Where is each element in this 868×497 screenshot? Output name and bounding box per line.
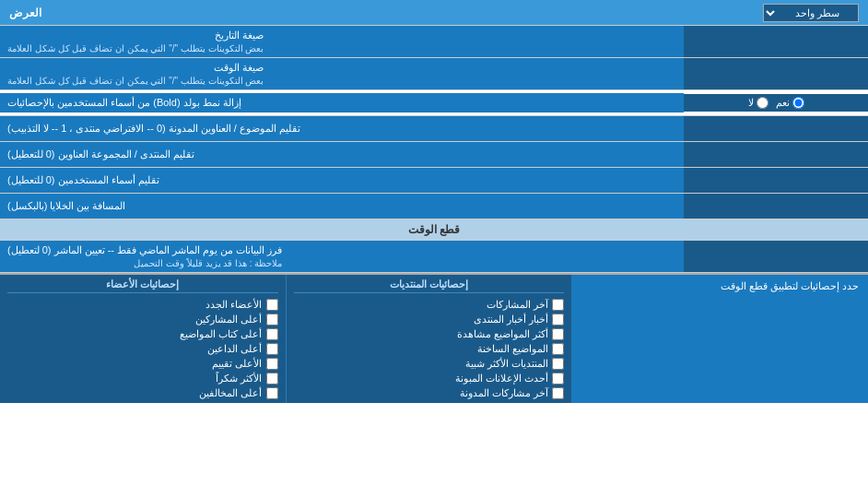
forum-checkbox-5[interactable]	[552, 373, 564, 385]
topics-limit-input-container: 33	[684, 116, 868, 141]
member-checkbox-3[interactable]	[266, 343, 278, 355]
bold-radio-label: إزالة نمط بولد (Bold) من أسماء المستخدمي…	[0, 93, 684, 112]
forum-checkbox-2[interactable]	[552, 328, 564, 340]
list-item: أعلى المخالفين	[7, 387, 278, 399]
bold-radio-group[interactable]: نعم لا	[684, 94, 868, 112]
forum-checkbox-3[interactable]	[552, 343, 564, 355]
gap-label: المسافة بين الخلايا (بالبكسل)	[0, 194, 684, 219]
bold-radio-no[interactable]: لا	[748, 97, 768, 109]
usernames-limit-input[interactable]: 0	[689, 174, 862, 187]
time-format-input[interactable]: H:i	[689, 67, 862, 80]
member-checkbox-0[interactable]	[266, 299, 278, 311]
list-item: المنتديات الأكثر شبية	[294, 358, 565, 370]
list-item: الأعضاء الجدد	[7, 299, 278, 311]
list-item: المواضيع الساخنة	[294, 343, 565, 355]
members-stats-col: إحصائيات الأعضاء الأعضاء الجدد أعلى المش…	[0, 275, 287, 403]
usernames-limit-label: تقليم أسماء المستخدمين (0 للتعطيل)	[0, 168, 684, 193]
checkboxes-container: إحصائيات المنتديات آخر المشاركات أخبار أ…	[0, 275, 571, 403]
page-title: العرض	[9, 6, 41, 19]
list-item: آخر المشاركات	[294, 299, 565, 311]
forum-checkbox-1[interactable]	[552, 314, 564, 325]
forum-limit-input-container: 33	[684, 142, 868, 167]
forum-checkbox-4[interactable]	[552, 358, 564, 370]
list-item: أحدث الإعلانات المبونة	[294, 373, 565, 385]
list-item: أعلى كتاب المواضيع	[7, 328, 278, 340]
forum-checkbox-6[interactable]	[552, 387, 564, 399]
cutoff-input[interactable]: 0	[689, 250, 862, 263]
usernames-limit-input-container: 0	[684, 168, 868, 193]
time-format-label: صيغة الوقت بعض التكوينات يتطلب "/" التي …	[0, 58, 684, 89]
topics-limit-label: تقليم الموضوع / العناوين المدونة (0 -- ا…	[0, 116, 684, 141]
member-checkbox-2[interactable]	[266, 328, 278, 340]
list-item: أخبار أخبار المنتدى	[294, 314, 565, 325]
forum-limit-input[interactable]: 33	[689, 148, 862, 161]
list-item: أعلى الداعين	[7, 343, 278, 355]
list-item: أعلى المشاركين	[7, 314, 278, 325]
cutoff-apply-label: حدد إحصائيات لتطبيق قطع الوقت	[571, 275, 868, 403]
forum-limit-label: تقليم المنتدى / المجموعة العناوين (0 للت…	[0, 142, 684, 167]
date-format-input[interactable]: d-m	[689, 35, 862, 48]
cutoff-label: فرز البيانات من يوم الماشر الماضي فقط --…	[0, 241, 684, 272]
gap-input-container: 2	[684, 194, 868, 219]
list-item: الأعلى تقييم	[7, 358, 278, 370]
topics-limit-input[interactable]: 33	[689, 123, 862, 136]
member-checkbox-5[interactable]	[266, 373, 278, 385]
forum-checkbox-0[interactable]	[552, 299, 564, 311]
list-item: أكثر المواضيع مشاهدة	[294, 328, 565, 340]
time-format-input-container: H:i	[684, 58, 868, 89]
member-checkbox-1[interactable]	[266, 314, 278, 325]
gap-input[interactable]: 2	[689, 200, 862, 213]
date-format-label: صيغة التاريخ بعض التكوينات يتطلب "/" الت…	[0, 26, 684, 57]
cutoff-section-header: قطع الوقت	[0, 219, 868, 241]
members-stats-header: إحصائيات الأعضاء	[7, 278, 278, 293]
forum-stats-header: إحصائيات المنتديات	[294, 278, 565, 293]
list-item: الأكثر شكراً	[7, 373, 278, 385]
display-dropdown[interactable]: سطر واحدسطرينثلاثة أسطر	[763, 4, 859, 22]
member-checkbox-6[interactable]	[266, 387, 278, 399]
forum-stats-col: إحصائيات المنتديات آخر المشاركات أخبار أ…	[287, 275, 572, 403]
list-item: آخر مشاركات المدونة	[294, 387, 565, 399]
date-format-input-container: d-m	[684, 26, 868, 57]
bold-radio-yes[interactable]: نعم	[776, 97, 804, 109]
member-checkbox-4[interactable]	[266, 358, 278, 370]
cutoff-input-container: 0	[684, 241, 868, 272]
